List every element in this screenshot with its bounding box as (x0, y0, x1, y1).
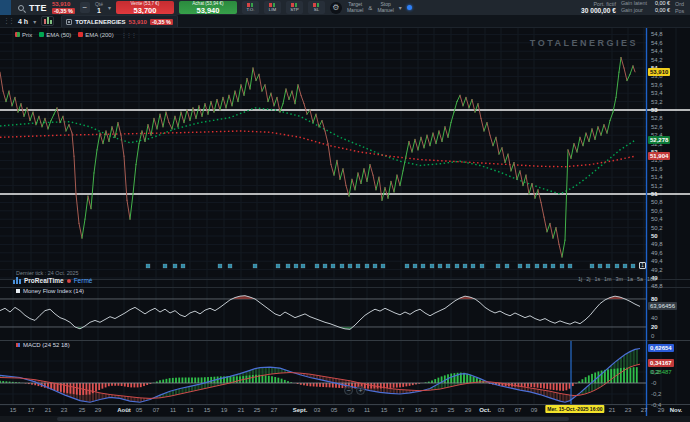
sell-price: 53,700 (116, 7, 174, 14)
order-type-sl-button[interactable]: SL (308, 1, 325, 14)
price-axis-tick: 54,4 (651, 48, 663, 54)
macd-histogram-bar (255, 375, 257, 383)
event-marker (173, 264, 177, 268)
price-segment (178, 112, 181, 127)
indicator-list-icon[interactable]: ⋮⋮⋮ (121, 31, 136, 38)
event-marker (228, 264, 232, 268)
shortcut-1j[interactable]: 1j (578, 276, 582, 282)
event-marker (323, 264, 327, 268)
scrollbar-thumb[interactable] (57, 417, 569, 421)
macd-histogram-bar (473, 377, 475, 383)
order-type-stp-button[interactable]: STP (286, 1, 303, 14)
event-marker (365, 264, 369, 268)
time-axis-day-label: 25 (254, 407, 261, 413)
zoom-out-icon[interactable]: − (344, 386, 353, 395)
timeframe-chevron-icon[interactable]: ▾ (33, 18, 36, 25)
shortcut-10a[interactable]: 10a (647, 276, 656, 282)
qty-dropdown-chevron-icon[interactable]: ▾ (108, 4, 111, 11)
window-edge-strip (0, 0, 11, 15)
shortcut-1m[interactable]: 1m (604, 276, 612, 282)
price-chart-canvas[interactable] (0, 0, 690, 422)
price-segment (39, 116, 42, 127)
order-type-lim-button[interactable]: LIM (264, 1, 281, 14)
drag-handle-icon[interactable]: ⋮⋮ (3, 17, 13, 25)
macd-histogram-bar (166, 379, 168, 383)
sell-button[interactable]: Vente (53,7 €) 53,700 (116, 1, 174, 14)
market-state-link[interactable]: Fermé (74, 277, 93, 284)
buy-button[interactable]: Achat (53,94 €) 53,940 (179, 1, 237, 14)
shortcut-2j[interactable]: 2j (586, 276, 590, 282)
price-axis-tick: 49,2 (651, 267, 663, 273)
macd-histogram-bar (569, 383, 571, 389)
event-marker (340, 264, 344, 268)
shortcut-3m[interactable]: 3m (616, 276, 624, 282)
price-segment (633, 66, 635, 72)
time-axis-day-label: 17 (28, 407, 35, 413)
legend-label: EMA (200) (85, 32, 113, 38)
macd-histogram-bar (559, 383, 561, 391)
time-axis-day-label: 11 (170, 407, 176, 413)
shortcut-5a[interactable]: 5a (637, 276, 643, 282)
stop-mode-selector[interactable]: Stop Manuel (377, 2, 393, 13)
price-segment (409, 142, 412, 153)
price-axis-tick: 51,2 (651, 183, 663, 189)
price-segment (568, 150, 571, 158)
time-axis-day-label: 19 (415, 407, 422, 413)
macd-histogram-bar (588, 375, 590, 383)
search-icon[interactable] (18, 5, 24, 11)
chart-type-icon[interactable] (41, 16, 54, 26)
macd-band (188, 387, 190, 393)
price-segment (487, 123, 490, 136)
mfi-panel-title[interactable]: Money Flow Index (14) (16, 288, 84, 294)
macd-panel-title[interactable]: MACD (24 52 18) (16, 342, 70, 348)
legend-ema50[interactable]: EMA (50) (39, 32, 71, 38)
price-segment (391, 181, 394, 192)
macd-histogram-bar (249, 375, 251, 383)
symbol-label[interactable]: TTE (29, 3, 47, 13)
shortcut-1s[interactable]: 1s (594, 276, 600, 282)
gear-icon[interactable]: ⚙ (330, 2, 342, 14)
mode-dropdown-chevron-icon[interactable]: ▾ (399, 4, 402, 11)
macd-band (204, 383, 206, 389)
time-axis-day-label: 05 (136, 407, 143, 413)
macd-histogram-bar (450, 374, 452, 383)
price-segment (604, 125, 607, 133)
macd-histogram-bar (380, 383, 382, 388)
price-segment (565, 150, 568, 240)
horizontal-scrollbar[interactable] (0, 416, 690, 422)
macd-band (553, 392, 555, 399)
legend-prix[interactable]: Prix (15, 32, 32, 38)
price-segment (445, 127, 448, 138)
target-mode-selector[interactable]: Target Manuel (347, 2, 363, 13)
macd-histogram-bar (306, 383, 308, 386)
macd-histogram-bar (310, 383, 312, 386)
event-marker (535, 264, 539, 268)
order-type-to-button[interactable]: T.O. (242, 1, 259, 14)
macd-histogram-bar (386, 383, 388, 388)
macd-band (636, 349, 638, 365)
tab-totalenergies[interactable]: TOTALENERGIES 53,910 -0,35 % (61, 15, 178, 27)
price-segment (361, 169, 364, 184)
event-marker (615, 264, 619, 268)
price-segment (526, 175, 529, 194)
price-segment (493, 137, 496, 145)
qty-minus-button[interactable]: − (80, 2, 90, 13)
macd-band (389, 389, 391, 394)
price-segment (421, 137, 424, 148)
order-type-label: LIM (269, 8, 276, 12)
macd-band (271, 367, 273, 374)
price-segment (295, 85, 298, 104)
price-segment (457, 95, 460, 101)
macd-band (565, 395, 567, 402)
macd-histogram-bar (553, 383, 555, 390)
time-axis-day-label: 13 (187, 407, 194, 413)
price-segment (541, 202, 544, 217)
shortcut-1a[interactable]: 1a (627, 276, 633, 282)
zoom-in-icon[interactable]: + (356, 386, 365, 395)
quantity-field[interactable]: Qté 1 (95, 2, 103, 14)
macd-histogram-bar (194, 378, 196, 384)
macd-band (274, 368, 276, 374)
timeframe-selector[interactable]: 4 h (18, 18, 28, 25)
price-axis-tick: 52,6 (651, 124, 663, 130)
legend-ema200[interactable]: EMA (200) (78, 32, 113, 38)
